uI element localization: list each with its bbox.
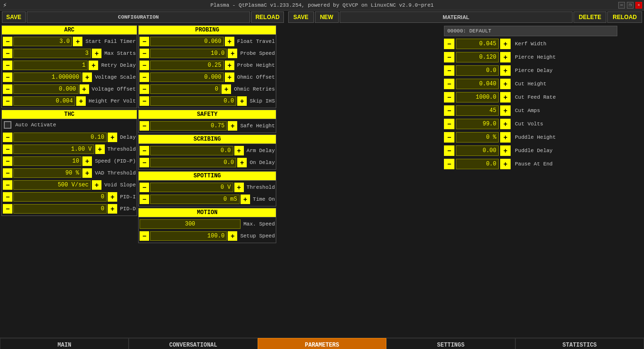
probing-1-plus[interactable]: +: [228, 49, 237, 58]
thc-5-minus[interactable]: −: [3, 192, 12, 202]
probing-4-minus[interactable]: −: [140, 84, 149, 94]
probing-2-label: Probe Height: [235, 62, 275, 68]
probing-5-plus[interactable]: +: [237, 96, 247, 106]
mat-6-minus[interactable]: −: [444, 119, 454, 129]
mat-8-minus[interactable]: −: [444, 145, 454, 156]
auto-activate-checkbox[interactable]: [4, 121, 11, 129]
scribing-1-minus[interactable]: −: [140, 158, 149, 167]
safety-0-minus[interactable]: −: [140, 121, 149, 131]
spotting-1-plus[interactable]: +: [241, 195, 250, 204]
material-label-button[interactable]: MATERIAL: [340, 11, 573, 23]
spotting-1-label: Time On: [251, 196, 275, 202]
thc-2-plus[interactable]: +: [82, 156, 92, 166]
probing-5-minus[interactable]: −: [140, 96, 149, 106]
thc-1-minus[interactable]: −: [3, 144, 12, 154]
spotting-1-value: 0 mS: [150, 195, 240, 204]
thc-5-plus[interactable]: +: [108, 192, 117, 202]
arc-1-plus[interactable]: +: [92, 49, 101, 58]
thc-0-minus[interactable]: −: [3, 133, 12, 142]
material-delete-button[interactable]: DELETE: [574, 11, 606, 23]
spotting-1-minus[interactable]: −: [140, 195, 149, 204]
scribing-0-plus[interactable]: +: [234, 146, 244, 155]
probing-3-minus[interactable]: −: [140, 72, 149, 82]
mat-9-minus[interactable]: −: [444, 159, 454, 169]
mat-7-minus[interactable]: −: [444, 132, 454, 143]
probing-1-minus[interactable]: −: [140, 49, 149, 58]
mat-0-minus[interactable]: −: [444, 39, 454, 49]
mat-0-plus[interactable]: +: [500, 39, 511, 49]
mat-4-minus[interactable]: −: [444, 92, 454, 103]
restore-button[interactable]: ❐: [627, 2, 634, 9]
thc-2-minus[interactable]: −: [3, 156, 12, 166]
arc-4-plus[interactable]: +: [80, 84, 89, 94]
mat-1-plus[interactable]: +: [500, 52, 511, 62]
probing-4-plus[interactable]: +: [221, 84, 231, 94]
probing-row-0: − 0.060 + Float Travel: [140, 36, 275, 47]
close-button[interactable]: ✕: [635, 2, 642, 9]
mat-row-2: − 0.0 + Pierce Delay: [444, 64, 617, 77]
nav-settings[interactable]: SETTINGS: [386, 338, 515, 349]
arc-4-minus[interactable]: −: [3, 84, 12, 94]
arc-0-minus[interactable]: −: [3, 37, 12, 46]
nav-main[interactable]: MAIN: [0, 338, 129, 349]
arc-4-value: 0.000: [13, 84, 79, 94]
arc-0-label: Start Fail Timer: [83, 39, 136, 44]
mat-9-plus[interactable]: +: [500, 159, 511, 169]
thc-4-plus[interactable]: +: [92, 180, 101, 190]
thc-3-plus[interactable]: +: [82, 168, 92, 178]
thc-0-plus[interactable]: +: [108, 133, 117, 142]
mat-5-plus[interactable]: +: [500, 105, 511, 116]
save-button[interactable]: SAVE: [2, 11, 26, 23]
probing-3-plus[interactable]: +: [225, 72, 234, 82]
spotting-0-label: Threshold: [245, 185, 275, 190]
spotting-0-minus[interactable]: −: [140, 183, 149, 192]
mat-8-plus[interactable]: +: [500, 145, 511, 156]
mat-6-plus[interactable]: +: [500, 119, 511, 129]
nav-statistics[interactable]: STATISTICS: [515, 338, 644, 349]
spotting-0-plus[interactable]: +: [234, 183, 244, 192]
probing-0-plus[interactable]: +: [225, 37, 234, 46]
arc-5-plus[interactable]: +: [76, 96, 86, 106]
configuration-label: CONFIGURATION: [27, 11, 250, 23]
arc-2-minus[interactable]: −: [3, 61, 12, 70]
nav-conversational-label: CONVERSATIONAL: [169, 342, 217, 349]
thc-4-minus[interactable]: −: [3, 180, 12, 190]
mat-3-plus[interactable]: +: [500, 79, 511, 89]
mat-3-minus[interactable]: −: [444, 79, 454, 89]
arc-0-plus[interactable]: +: [73, 37, 82, 46]
motion-0-plus[interactable]: +: [228, 231, 237, 241]
probing-0-minus[interactable]: −: [140, 37, 149, 46]
mat-row-6: − 99.0 + Cut Volts: [444, 118, 617, 130]
thc-6-plus[interactable]: +: [108, 204, 117, 214]
material-new-button[interactable]: NEW: [315, 11, 339, 23]
thc-1-plus[interactable]: +: [95, 144, 105, 154]
mat-5-minus[interactable]: −: [444, 105, 454, 116]
probing-2-minus[interactable]: −: [140, 61, 149, 70]
mat-2-minus[interactable]: −: [444, 65, 454, 76]
scribing-0-minus[interactable]: −: [140, 146, 149, 155]
thc-3-minus[interactable]: −: [3, 168, 12, 178]
probing-2-plus[interactable]: +: [225, 61, 234, 70]
probing-1-label: Probe Speed: [238, 51, 275, 56]
mat-2-plus[interactable]: +: [500, 65, 511, 76]
thc-6-minus[interactable]: −: [3, 204, 12, 214]
material-reload-button[interactable]: RELOAD: [607, 11, 642, 23]
safety-0-plus[interactable]: +: [228, 121, 237, 131]
arc-3-plus[interactable]: +: [82, 72, 92, 82]
material-save-button[interactable]: SAVE: [288, 11, 314, 23]
mat-1-minus[interactable]: −: [444, 52, 454, 62]
arc-1-minus[interactable]: −: [3, 49, 12, 58]
arc-5-minus[interactable]: −: [3, 96, 12, 106]
nav-parameters[interactable]: PARAMETERS: [258, 338, 386, 349]
mat-7-plus[interactable]: +: [500, 132, 511, 143]
nav-conversational[interactable]: CONVERSATIONAL: [129, 338, 257, 349]
motion-0-minus[interactable]: −: [140, 231, 149, 241]
mat-4-plus[interactable]: +: [500, 92, 511, 103]
arc-3-minus[interactable]: −: [3, 72, 12, 82]
reload-button[interactable]: RELOAD: [251, 11, 284, 23]
arc-4-label: Voltage Offset: [90, 86, 136, 92]
minimize-button[interactable]: ─: [618, 2, 625, 9]
arc-2-plus[interactable]: +: [89, 61, 98, 70]
probing-row-3: − 0.000 + Ohmic Offset: [140, 72, 275, 83]
scribing-1-plus[interactable]: +: [237, 158, 247, 167]
